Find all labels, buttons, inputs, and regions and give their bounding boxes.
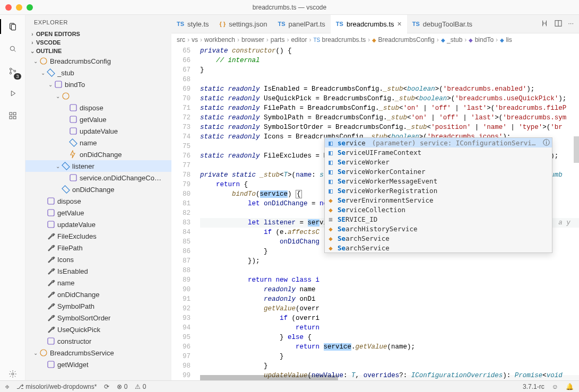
tab[interactable]: { }settings.json <box>214 15 273 33</box>
tab[interactable]: TSdebugToolBar.ts <box>407 15 478 33</box>
suggest-item[interactable]: ◧service(parameter) service: IConfigurat… <box>325 138 552 147</box>
outline-item[interactable]: SymbolPath <box>25 300 171 312</box>
outline-item[interactable]: onDidChange <box>25 289 171 300</box>
svg-rect-17 <box>70 116 76 123</box>
suggest-item[interactable]: ◧ServiceWorkerMessageEvent <box>325 176 552 186</box>
outline-item[interactable]: onDidChange <box>25 184 171 195</box>
git-branch[interactable]: ⎇ misolori/web-dropdowns* <box>16 383 97 390</box>
outline-tree[interactable]: ⌄BreadcrumbsConfig⌄_stub⌄bindTo⌄disposeg… <box>25 55 171 380</box>
section-vscode[interactable]: ›VSCODE <box>25 38 171 47</box>
ts-version[interactable]: 3.7.1-rc <box>523 383 545 390</box>
section-open-editors[interactable]: ›OPEN EDITORS <box>25 30 171 38</box>
suggest-item[interactable]: ◆SearchService <box>325 233 552 243</box>
breadcrumbs[interactable]: src›vs›workbench›browser›parts›editor›TS… <box>171 33 579 46</box>
tab[interactable]: TSstyle.ts <box>171 15 214 33</box>
outline-item[interactable]: name <box>25 277 171 289</box>
suggest-item[interactable]: ◧ServiceWorker <box>325 157 552 167</box>
status-bar: ⎆ ⎇ misolori/web-dropdowns* ⟳ ⊗ 0 ⚠ 0 3.… <box>0 380 579 392</box>
outline-item[interactable]: dispose <box>25 195 171 207</box>
section-outline[interactable]: ⌄OUTLINE <box>25 47 171 55</box>
breadcrumb-item[interactable]: editor <box>291 36 307 43</box>
svg-rect-23 <box>48 198 54 204</box>
svg-rect-22 <box>62 186 70 193</box>
tab[interactable]: TSpanelPart.ts <box>272 15 330 33</box>
tab[interactable]: TSbreadcrumbs.ts× <box>331 15 407 33</box>
outline-item[interactable]: ⌄bindTo <box>25 79 171 90</box>
code-area: 6566676869707172737475767778798081828384… <box>171 46 579 380</box>
breadcrumb-item[interactable]: TS breadcrumbs.ts <box>313 36 366 43</box>
breadcrumb-item[interactable]: ◆ lis <box>500 36 512 43</box>
outline-item[interactable]: getValue <box>25 207 171 219</box>
outline-item[interactable]: Icons <box>25 254 171 265</box>
suggest-item[interactable]: ◧ServiceWorkerContainer <box>325 167 552 176</box>
outline-item[interactable]: name <box>25 137 171 149</box>
explorer-sidebar: EXPLORER ›OPEN EDITORS ›VSCODE ⌄OUTLINE … <box>25 15 171 380</box>
remote-indicator[interactable]: ⎆ <box>5 383 9 390</box>
outline-item[interactable]: SymbolSortOrder <box>25 312 171 324</box>
debug-icon[interactable] <box>6 87 19 100</box>
outline-item[interactable]: getWidget <box>25 359 171 370</box>
svg-rect-7 <box>10 112 12 115</box>
close-window[interactable] <box>5 4 12 11</box>
outline-item[interactable]: ⌄BreadcrumbsConfig <box>25 55 171 67</box>
outline-item[interactable]: updateValue <box>25 125 171 137</box>
horizontal-scrollbar[interactable] <box>200 375 579 380</box>
breadcrumb-item[interactable]: src <box>177 36 185 43</box>
outline-item[interactable]: dispose <box>25 102 171 114</box>
suggest-item[interactable]: ◆ServerEnvironmentService <box>325 195 552 205</box>
svg-rect-10 <box>13 112 16 115</box>
outline-item[interactable]: onDidChange <box>25 149 171 160</box>
outline-item[interactable]: constructor <box>25 335 171 347</box>
line-gutter: 6566676869707172737475767778798081828384… <box>171 46 200 380</box>
problems-warnings[interactable]: ⚠ 0 <box>135 383 146 390</box>
minimize-window[interactable] <box>16 4 22 11</box>
svg-rect-16 <box>70 104 76 111</box>
breadcrumb-item[interactable]: ◆ BreadcrumbsConfig <box>372 36 434 43</box>
problems-errors[interactable]: ⊗ 0 <box>117 383 127 390</box>
breadcrumb-item[interactable]: ◆ bindTo <box>469 36 494 43</box>
zoom-window[interactable] <box>27 4 33 11</box>
suggest-item[interactable]: ≡SERVICE_ID <box>325 214 552 224</box>
outline-item[interactable]: FileExcludes <box>25 230 171 242</box>
tab-bar: TSstyle.ts{ }settings.jsonTSpanelPart.ts… <box>171 15 579 33</box>
outline-item[interactable]: UseQuickPick <box>25 324 171 335</box>
compare-icon[interactable] <box>540 19 549 29</box>
outline-item[interactable]: updateValue <box>25 219 171 230</box>
split-icon[interactable] <box>554 19 563 29</box>
breadcrumb-item[interactable]: ◆ _stub <box>441 36 463 43</box>
suggest-item[interactable]: ◆SearchService <box>325 243 552 252</box>
scm-icon[interactable]: 3 <box>6 65 19 77</box>
extensions-icon[interactable] <box>6 109 19 122</box>
outline-item[interactable]: ⌄ <box>25 90 171 102</box>
outline-item[interactable]: IsEnabled <box>25 265 171 277</box>
notifications-icon[interactable]: 🔔 <box>566 383 574 390</box>
more-icon[interactable]: ··· <box>568 19 574 29</box>
search-icon[interactable] <box>6 42 19 55</box>
svg-rect-21 <box>70 175 76 181</box>
outline-item[interactable]: ⌄_stub <box>25 67 171 79</box>
breadcrumb-item[interactable]: vs <box>192 36 198 43</box>
scm-badge: 3 <box>14 73 21 80</box>
vertical-scrollbar[interactable] <box>574 46 579 375</box>
suggest-item[interactable]: ◧ServiceUIFrameContext <box>325 147 552 157</box>
svg-rect-19 <box>70 139 77 146</box>
outline-item[interactable]: ⌄listener <box>25 160 171 172</box>
suggest-item[interactable]: ◧ServiceWorkerRegistration <box>325 186 552 195</box>
outline-item[interactable]: service.onDidChangeCo… <box>25 172 171 184</box>
settings-icon[interactable] <box>6 368 19 380</box>
breadcrumb-item[interactable]: parts <box>271 36 285 43</box>
svg-rect-25 <box>48 221 54 228</box>
explorer-icon[interactable] <box>6 20 19 33</box>
suggest-item[interactable]: ◆ServiceCollection <box>325 205 552 214</box>
autocomplete-popup[interactable]: ◧service(parameter) service: IConfigurat… <box>324 137 552 253</box>
feedback-icon[interactable]: ☺ <box>552 383 558 390</box>
close-tab-icon[interactable]: × <box>397 20 402 28</box>
outline-item[interactable]: FilePath <box>25 242 171 254</box>
outline-item[interactable]: ⌄BreadcrumbsService <box>25 347 171 359</box>
suggest-item[interactable]: ◆SearchHistoryService <box>325 224 552 233</box>
breadcrumb-item[interactable]: browser <box>241 36 264 43</box>
sync-icon[interactable]: ⟳ <box>104 383 109 390</box>
breadcrumb-item[interactable]: workbench <box>204 36 235 43</box>
editor-group: TSstyle.ts{ }settings.jsonTSpanelPart.ts… <box>171 15 579 380</box>
outline-item[interactable]: getValue <box>25 114 171 125</box>
